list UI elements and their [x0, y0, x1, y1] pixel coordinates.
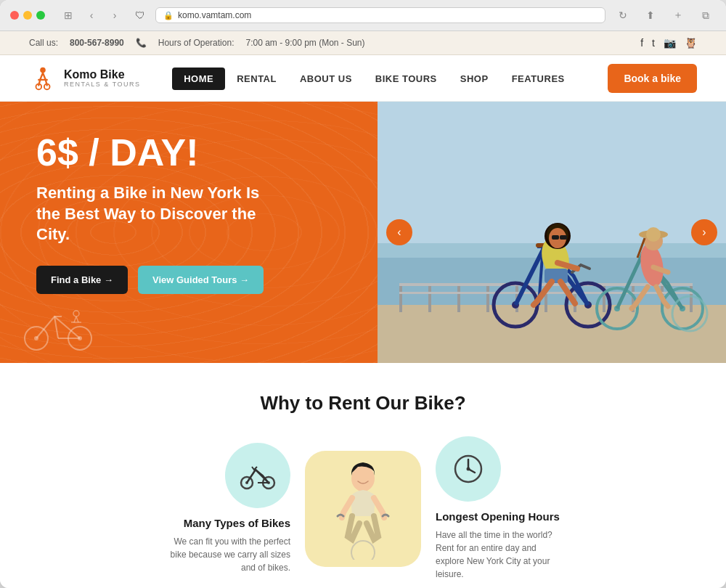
clock-icon-circle: [436, 436, 501, 502]
nav-home[interactable]: HOME: [172, 72, 225, 85]
tripadvisor-icon[interactable]: 🦉: [685, 37, 697, 49]
book-button[interactable]: Book a bike: [608, 64, 697, 93]
info-bar: Call us: 800-567-8990 📞 Hours of Operati…: [0, 31, 726, 55]
browser-window: ⊞ ‹ › 🛡 🔒 komo.vamtam.com ↻ ⬆ ＋ ⧉ Call u…: [0, 0, 726, 588]
svg-rect-15: [486, 283, 489, 312]
new-tab-button[interactable]: ＋: [668, 7, 688, 23]
hero-price: 6$ / DAY!: [36, 131, 341, 174]
nav-links: HOME RENTAL ABOUT US BIKE TOURS SHOP FEA…: [172, 72, 576, 85]
bike-illustration: [22, 302, 94, 356]
close-button[interactable]: [10, 11, 19, 20]
hero-left-panel: 6$ / DAY! Renting a Bike in New York Is …: [0, 102, 378, 363]
nav-about[interactable]: ABOUT US: [288, 72, 364, 85]
feature-opening-hours: Longest Opening Hours Have all the time …: [436, 436, 682, 581]
hero-subtitle: Renting a Bike in New York Is the Best W…: [36, 183, 283, 245]
feature-bikes-title: Many Types of Bikes: [184, 517, 290, 529]
nav-bike-tours[interactable]: BIKE TOURS: [364, 72, 449, 85]
tabs-button[interactable]: ⧉: [696, 7, 716, 23]
why-section: Why to Rent Our Bike?: [0, 363, 726, 588]
nav-shop[interactable]: SHOP: [449, 72, 500, 85]
refresh-button[interactable]: ↻: [613, 7, 633, 23]
feature-hours-title: Longest Opening Hours: [436, 510, 560, 523]
hours-label: Hours of Operation:: [158, 38, 234, 48]
svg-rect-35: [552, 235, 559, 240]
svg-rect-14: [457, 283, 460, 312]
logo-icon: [29, 65, 57, 92]
slider-prev-button[interactable]: ‹: [386, 219, 412, 245]
logo-name: Komo Bike: [64, 68, 141, 81]
hero-buttons: Find a Bike → View Guided Tours →: [36, 266, 341, 294]
bike-icon: [240, 461, 276, 490]
feature-hours-desc: Have all the time in the world? Rent for…: [436, 528, 566, 581]
svg-rect-12: [399, 283, 402, 312]
call-label: Call us:: [29, 38, 58, 48]
phone-number[interactable]: 800-567-8990: [70, 38, 124, 48]
lock-icon: 🔒: [163, 11, 174, 20]
shield-icon: 🛡: [132, 7, 148, 23]
logo-tagline: Rentals & Tours: [64, 81, 141, 88]
back-button[interactable]: ‹: [81, 8, 102, 23]
svg-point-44: [646, 227, 661, 242]
hours-text: 7:00 am - 9:00 pm (Mon - Sun): [245, 38, 364, 48]
hero-image: [378, 102, 726, 363]
address-bar[interactable]: 🔒 komo.vamtam.com: [155, 7, 605, 23]
slider-next-button[interactable]: ›: [691, 219, 717, 245]
svg-rect-36: [560, 235, 567, 240]
feature-many-bikes: Many Types of Bikes We can fit you with …: [44, 443, 290, 574]
clock-icon: [452, 452, 485, 486]
traffic-lights: [10, 11, 45, 20]
logo-area[interactable]: Komo Bike Rentals & Tours: [29, 65, 141, 92]
facebook-icon[interactable]: f: [640, 37, 643, 49]
feature-bikes-desc: We can fit you with the perfect bike bec…: [160, 535, 290, 574]
features-row: Many Types of Bikes We can fit you with …: [44, 436, 682, 581]
social-links: f t 📷 🦉: [640, 37, 697, 49]
guided-tours-button[interactable]: View Guided Tours →: [138, 266, 264, 294]
hero-right-panel: › ‹: [378, 102, 726, 363]
nav-rental[interactable]: RENTAL: [225, 72, 288, 85]
svg-rect-11: [378, 305, 726, 363]
bike-icon-circle: [225, 443, 290, 508]
url-text: komo.vamtam.com: [178, 10, 251, 20]
center-person-illustration: [305, 451, 421, 567]
browser-chrome: ⊞ ‹ › 🛡 🔒 komo.vamtam.com ↻ ⬆ ＋ ⧉: [0, 0, 726, 31]
why-title: Why to Rent Our Bike?: [44, 392, 682, 415]
main-navigation: Komo Bike Rentals & Tours HOME RENTAL AB…: [0, 55, 726, 102]
forward-button[interactable]: ›: [105, 8, 125, 23]
svg-rect-22: [690, 283, 693, 312]
twitter-icon[interactable]: t: [652, 37, 655, 49]
nav-features[interactable]: FEATURES: [500, 72, 576, 85]
hero-section: 6$ / DAY! Renting a Bike in New York Is …: [0, 102, 726, 363]
fullscreen-button[interactable]: [36, 11, 45, 20]
find-bike-button[interactable]: Find a Bike →: [36, 266, 128, 294]
svg-rect-13: [428, 283, 431, 312]
share-button[interactable]: ⬆: [640, 7, 661, 23]
svg-rect-31: [544, 269, 568, 283]
svg-point-51: [351, 541, 375, 560]
minimize-button[interactable]: [23, 11, 32, 20]
tab-grid-button[interactable]: ⊞: [58, 8, 78, 23]
svg-point-7: [73, 311, 79, 317]
instagram-icon[interactable]: 📷: [664, 37, 676, 49]
